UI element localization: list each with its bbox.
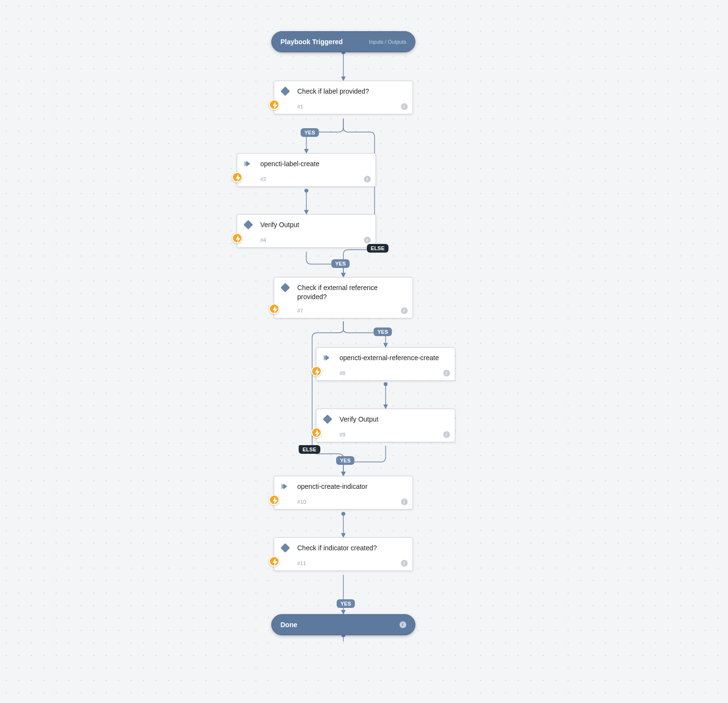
task-number: #2 <box>260 176 266 182</box>
edge-label-yes: YES <box>331 259 350 268</box>
edge-label-else: ELSE <box>299 445 320 454</box>
end-node[interactable]: Done <box>271 614 415 635</box>
edge-label-else: ELSE <box>367 244 388 253</box>
condition-icon <box>281 87 290 96</box>
trigger-badge-icon <box>311 366 322 376</box>
info-icon[interactable] <box>401 560 408 567</box>
info-icon[interactable] <box>443 431 450 438</box>
info-icon[interactable] <box>400 621 406 628</box>
edge-label-yes: YES <box>336 456 354 465</box>
task-title: Check if indicator created? <box>294 544 406 553</box>
task-9-verify-output[interactable]: Verify Output #9 <box>316 409 455 442</box>
trigger-badge-icon <box>269 495 279 505</box>
info-icon[interactable] <box>364 237 371 243</box>
info-icon[interactable] <box>401 103 408 110</box>
task-number: #9 <box>340 432 345 437</box>
edge-label-yes: YES <box>374 327 392 336</box>
task-title: opencti-external-reference-create <box>337 353 448 363</box>
task-4-verify-output[interactable]: Verify Output #4 <box>237 214 376 248</box>
info-icon[interactable] <box>443 370 450 376</box>
action-icon <box>281 482 290 491</box>
task-11-check-indicator[interactable]: Check if indicator created? #11 <box>274 537 413 571</box>
action-icon <box>323 353 332 362</box>
trigger-badge-icon <box>269 556 279 567</box>
task-title: opencti-create-indicator <box>294 482 406 491</box>
edge-label-yes: YES <box>301 128 319 137</box>
condition-icon <box>323 415 332 424</box>
task-title: Check if label provided? <box>294 87 406 96</box>
task-number: #8 <box>340 370 345 376</box>
task-number: #10 <box>297 499 306 505</box>
condition-icon <box>244 220 253 229</box>
condition-icon <box>281 283 290 292</box>
info-icon[interactable] <box>401 498 408 505</box>
start-io-link[interactable]: Inputs / Outputs <box>369 39 406 45</box>
task-number: #1 <box>297 104 303 109</box>
action-icon <box>244 159 253 168</box>
task-number: #4 <box>260 237 266 243</box>
task-title: Verify Output <box>337 415 448 424</box>
start-title: Playbook Triggered <box>280 38 343 46</box>
trigger-badge-icon <box>269 303 279 314</box>
task-1-check-label[interactable]: Check if label provided? #1 <box>274 81 413 114</box>
task-7-check-ext-ref[interactable]: Check if external reference provided? #7 <box>274 277 413 318</box>
start-node[interactable]: Playbook Triggered Inputs / Outputs <box>271 31 415 52</box>
task-number: #7 <box>297 308 303 314</box>
task-title: opencti-label-create <box>257 159 369 169</box>
task-title: Verify Output <box>257 220 369 230</box>
task-number: #11 <box>297 560 306 566</box>
trigger-badge-icon <box>232 172 243 182</box>
edge-label-yes: YES <box>337 599 355 608</box>
info-icon[interactable] <box>401 307 408 314</box>
task-title: Check if external reference provided? <box>294 283 390 302</box>
condition-icon <box>281 544 290 552</box>
task-2-label-create[interactable]: opencti-label-create #2 <box>237 153 376 187</box>
trigger-badge-icon <box>232 233 243 243</box>
task-8-ext-ref-create[interactable]: opencti-external-reference-create #8 <box>316 347 455 381</box>
info-icon[interactable] <box>364 176 371 182</box>
task-10-create-indicator[interactable]: opencti-create-indicator #10 <box>274 476 413 509</box>
trigger-badge-icon <box>311 427 322 438</box>
end-title: Done <box>280 621 297 629</box>
trigger-badge-icon <box>269 99 279 110</box>
